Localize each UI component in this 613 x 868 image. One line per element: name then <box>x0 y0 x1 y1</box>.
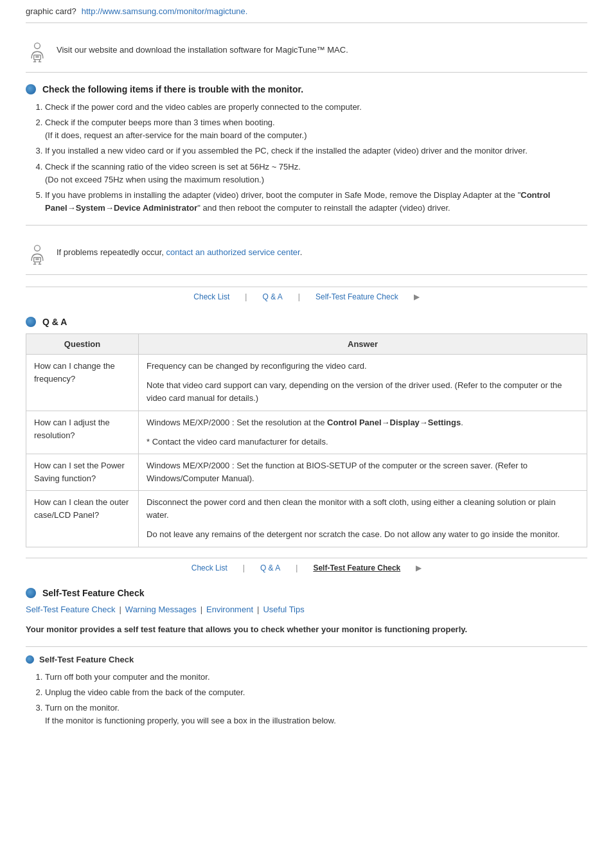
nav1-qa[interactable]: Q & A <box>262 292 282 301</box>
qa-a3-part1: Windows ME/XP/2000 : Set the function at… <box>147 459 579 485</box>
sub-link-sep1: | <box>119 605 121 614</box>
qa-a4: Disconnect the power cord and then clean… <box>139 491 587 547</box>
check-bold-text: Control Panel→System→Device Administrato… <box>45 190 550 213</box>
qa-a4-part2: Do not leave any remains of the detergen… <box>147 528 579 541</box>
qa-a1-part2: Note that video card support can vary, d… <box>147 379 579 405</box>
note-2-text: If problems repeatedly occur, contact an… <box>57 244 302 259</box>
sub-link-selftest[interactable]: Self-Test Feature Check <box>26 605 115 614</box>
nav-row-2: Check List | Q & A | Self-Test Feature C… <box>26 558 587 578</box>
check-section-heading: Check the following items if there is tr… <box>26 84 587 94</box>
step-1: Turn off both your computer and the moni… <box>45 671 587 684</box>
check-item-4-note: (Do not exceed 75Hz when using the maxim… <box>45 175 264 184</box>
self-test-subheading-bullet <box>26 655 34 664</box>
note-2-before: If problems repeatedly occur, <box>57 247 166 257</box>
self-test-heading-row: Self-Test Feature Check <box>26 588 587 598</box>
qa-a3: Windows ME/XP/2000 : Set the function at… <box>139 454 587 490</box>
divider-1 <box>26 225 587 226</box>
qa-a2-part2: * Contact the video card manufacturer fo… <box>147 436 579 448</box>
sub-link-sep3: | <box>257 605 259 614</box>
check-heading-text: Check the following items if there is tr… <box>42 84 303 94</box>
sub-link-environment[interactable]: Environment <box>206 605 253 614</box>
qa-heading-bullet <box>26 317 36 327</box>
nav2-sep2: | <box>296 563 298 572</box>
qa-a2: Windows ME/XP/2000 : Set the resolution … <box>139 411 587 454</box>
nav-row-1: Check List | Q & A | Self-Test Feature C… <box>26 287 587 306</box>
self-test-section: Self-Test Feature Check Self-Test Featur… <box>26 588 587 728</box>
step-3-sub: If the monitor is functioning properly, … <box>45 716 336 725</box>
check-item-5: If you have problems in installing the a… <box>45 189 587 215</box>
self-test-subheading: Self-Test Feature Check <box>26 655 587 664</box>
sub-link-useful-tips[interactable]: Useful Tips <box>263 605 304 614</box>
nav2-checklist[interactable]: Check List <box>191 563 227 572</box>
qa-table: Question Answer How can I change thefreq… <box>26 333 587 547</box>
self-test-sub-links: Self-Test Feature Check | Warning Messag… <box>26 605 587 614</box>
nav2-arrow: ▶ <box>416 563 422 572</box>
svg-rect-6 <box>35 55 39 58</box>
check-item-4: Check if the scanning ratio of the video… <box>45 161 587 186</box>
self-test-subheading-text: Self-Test Feature Check <box>39 655 134 664</box>
check-item-2: Check if the computer beeps more than 3 … <box>45 116 587 142</box>
graphic-card-label: graphic card? <box>26 6 76 16</box>
qa-header-row: Question Answer <box>26 334 587 355</box>
nav1-sep2: | <box>298 292 300 301</box>
qa-q3: How can I set the Power Saving function? <box>26 454 139 490</box>
service-center-link[interactable]: contact an authorized service center <box>166 247 300 257</box>
svg-point-0 <box>35 43 40 49</box>
qa-q1: How can I change thefrequency? <box>26 355 139 411</box>
svg-rect-13 <box>35 258 39 261</box>
check-item-3: If you installed a new video card or if … <box>45 145 587 157</box>
note-icon-1 <box>26 41 49 64</box>
self-test-steps: Turn off both your computer and the moni… <box>45 671 587 728</box>
self-test-heading-bullet <box>26 588 36 598</box>
qa-q2: How can I adjust the resolution? <box>26 411 139 454</box>
step-2: Unplug the video cable from the back of … <box>45 686 587 699</box>
qa-q4: How can I clean the outer case/LCD Panel… <box>26 491 139 547</box>
qa-heading-row: Q & A <box>26 317 587 327</box>
qa-section: Q & A Question Answer How can I change t… <box>26 317 587 547</box>
note-2-after: . <box>300 247 303 257</box>
note-box-1: Visit our website and download the insta… <box>26 33 587 73</box>
nav1-checklist[interactable]: Check List <box>193 292 229 301</box>
qa-row-4: How can I clean the outer case/LCD Panel… <box>26 491 587 547</box>
step-3: Turn on the monitor. If the monitor is f… <box>45 702 587 727</box>
qa-heading-text: Q & A <box>42 317 67 327</box>
qa-row-2: How can I adjust the resolution? Windows… <box>26 411 587 454</box>
self-test-intro: Your monitor provides a self test featur… <box>26 623 587 636</box>
sub-link-sep2: | <box>200 605 202 614</box>
nav2-sep1: | <box>243 563 245 572</box>
self-test-heading-text: Self-Test Feature Check <box>42 588 144 598</box>
qa-row-3: How can I set the Power Saving function?… <box>26 454 587 490</box>
qa-a2-part1: Windows ME/XP/2000 : Set the resolution … <box>147 416 579 429</box>
nav1-selftest[interactable]: Self-Test Feature Check <box>315 292 398 301</box>
col-answer: Answer <box>139 334 587 355</box>
nav2-selftest[interactable]: Self-Test Feature Check <box>313 563 400 572</box>
check-list: Check if the power cord and the video ca… <box>45 101 587 215</box>
sub-link-warning[interactable]: Warning Messages <box>125 605 197 614</box>
qa-row-1: How can I change thefrequency? Frequency… <box>26 355 587 411</box>
svg-point-7 <box>35 245 40 251</box>
qa-a1: Frequency can be changed by reconfigurin… <box>139 355 587 411</box>
note-icon-2 <box>26 244 49 267</box>
qa-a4-part1: Disconnect the power cord and then clean… <box>147 496 579 522</box>
nav1-arrow: ▶ <box>414 292 420 301</box>
nav2-qa[interactable]: Q & A <box>260 563 280 572</box>
check-item-1: Check if the power cord and the video ca… <box>45 101 587 114</box>
note-box-2: If problems repeatedly occur, contact an… <box>26 236 587 275</box>
qa-a1-part1: Frequency can be changed by reconfigurin… <box>147 360 579 373</box>
samsung-link[interactable]: http://www.samsung.com/monitor/magictune… <box>82 6 248 16</box>
note-1-text: Visit our website and download the insta… <box>57 41 348 57</box>
check-heading-bullet <box>26 84 36 94</box>
check-item-2-note: (If it does, request an after-service fo… <box>45 130 307 140</box>
self-test-divider <box>26 646 587 647</box>
nav1-sep1: | <box>245 292 247 301</box>
qa-bold-1: Control Panel→Display→Settings <box>327 418 461 427</box>
top-bar: graphic card? http://www.samsung.com/mon… <box>26 0 587 23</box>
col-question: Question <box>26 334 139 355</box>
